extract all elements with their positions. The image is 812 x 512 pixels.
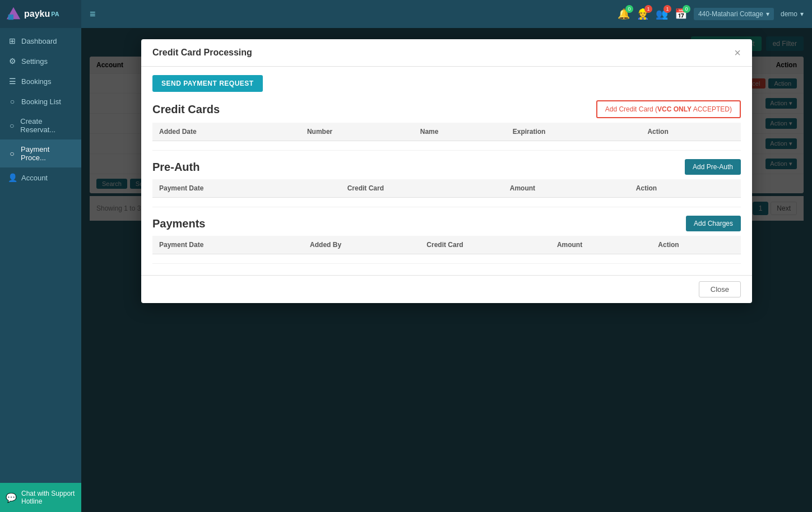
credit-cards-table: Added Date Number Name Expiration Action <box>152 123 741 151</box>
logo-icon <box>6 6 21 22</box>
sidebar-item-payment-processing[interactable]: ○ Payment Proce... <box>0 139 81 167</box>
modal-title: Credit Card Processing <box>152 48 252 58</box>
chat-support-button[interactable]: 💬 Chat with Support Hotline <box>0 483 81 512</box>
col-action: Action <box>651 236 741 254</box>
send-payment-request-button[interactable]: SEND PAYMENT REQUEST <box>152 75 263 92</box>
dashboard-icon: ⊞ <box>8 36 17 45</box>
sidebar-item-label: Booking List <box>21 97 61 106</box>
col-action: Action <box>641 123 741 141</box>
col-added-date: Added Date <box>152 123 300 141</box>
bell-badge: 0 <box>625 5 633 13</box>
sidebar-item-settings[interactable]: ⚙ Settings <box>0 51 81 71</box>
payments-table-header: Payment Date Added By Credit Card Amount… <box>152 236 741 254</box>
modal-close-button[interactable]: × <box>734 47 741 58</box>
sidebar-item-label: Payment Proce... <box>21 145 73 162</box>
workers-icon[interactable]: 👷 1 <box>637 8 649 20</box>
whatsapp-icon: 💬 <box>6 492 17 503</box>
payments-table: Payment Date Added By Credit Card Amount… <box>152 236 741 264</box>
close-button[interactable]: Close <box>699 281 741 297</box>
property-selector[interactable]: 440-Matahari Cottage ▾ <box>694 8 774 20</box>
modal-body: SEND PAYMENT REQUEST Credit Cards Add Cr… <box>141 67 752 275</box>
col-number: Number <box>300 123 414 141</box>
add-cc-prefix: Add Credit Card ( <box>605 105 657 113</box>
pre-auth-section-header: Pre-Auth Add Pre-Auth <box>152 159 741 175</box>
menu-toggle-icon[interactable]: ≡ <box>90 8 96 20</box>
topbar-left: ≡ <box>90 8 96 20</box>
credit-cards-empty-cell <box>152 141 741 151</box>
add-pre-auth-button[interactable]: Add Pre-Auth <box>685 159 741 175</box>
logo-text: payku <box>24 9 50 19</box>
pre-auth-table: Payment Date Credit Card Amount Action <box>152 179 741 207</box>
add-charges-button[interactable]: Add Charges <box>686 216 741 231</box>
sidebar-item-label: Settings <box>21 57 48 66</box>
pre-auth-empty-row <box>152 198 741 207</box>
workers-badge: 1 <box>644 5 652 13</box>
bell-icon[interactable]: 🔔 0 <box>618 8 630 20</box>
calendar-icon[interactable]: 📅 0 <box>675 8 687 20</box>
logo-sub: PA <box>51 11 59 17</box>
modal-header: Credit Card Processing × <box>141 39 752 67</box>
payment-processing-icon: ○ <box>8 149 16 158</box>
col-payment-date: Payment Date <box>152 236 303 254</box>
col-expiration: Expiration <box>506 123 641 141</box>
sidebar-item-label: Bookings <box>21 77 51 86</box>
col-name: Name <box>414 123 506 141</box>
group-badge: 1 <box>663 5 671 13</box>
payments-section-header: Payments Add Charges <box>152 216 741 231</box>
sidebar-item-account[interactable]: 👤 Account <box>0 167 81 188</box>
modal-overlay: Credit Card Processing × SEND PAYMENT RE… <box>81 28 812 512</box>
col-action: Action <box>629 179 741 198</box>
pre-auth-title: Pre-Auth <box>152 161 199 174</box>
user-menu[interactable]: demo ▾ <box>781 10 804 18</box>
topbar-right: 🔔 0 👷 1 👥 1 📅 0 440-Matahari Cottage ▾ d… <box>618 8 804 20</box>
pre-auth-empty-cell <box>152 198 741 207</box>
sidebar-item-create-reservation[interactable]: ○ Create Reservat... <box>0 111 81 139</box>
chat-support-label: Chat with Support Hotline <box>21 490 76 505</box>
credit-cards-table-header: Added Date Number Name Expiration Action <box>152 123 741 141</box>
add-cc-vcc: VCC ONLY <box>657 105 692 113</box>
sidebar-logo: payku PA <box>0 0 81 28</box>
account-icon: 👤 <box>8 173 17 182</box>
modal-footer: Close <box>141 275 752 303</box>
credit-cards-empty-row <box>152 141 741 151</box>
sidebar-item-booking-list[interactable]: ○ Booking List <box>0 91 81 111</box>
sidebar-item-label: Dashboard <box>21 37 57 45</box>
main-content: to use Booking List ed Filter Account Ac… <box>81 28 812 512</box>
col-credit-card: Credit Card <box>341 179 503 198</box>
sidebar-item-label: Account <box>21 174 48 182</box>
bookings-icon: ☰ <box>8 77 17 86</box>
payments-title: Payments <box>152 217 206 230</box>
add-credit-card-button[interactable]: Add Credit Card (VCC ONLY ACCEPTED) <box>596 100 741 118</box>
col-added-by: Added By <box>303 236 420 254</box>
col-payment-date: Payment Date <box>152 179 341 198</box>
booking-list-icon: ○ <box>8 97 17 106</box>
sidebar-item-dashboard[interactable]: ⊞ Dashboard <box>0 31 81 51</box>
credit-card-modal: Credit Card Processing × SEND PAYMENT RE… <box>141 39 752 303</box>
svg-rect-1 <box>8 15 13 20</box>
group-icon[interactable]: 👥 1 <box>656 8 668 20</box>
create-reservation-icon: ○ <box>8 121 16 130</box>
payments-empty-cell <box>152 254 741 264</box>
credit-cards-title: Credit Cards <box>152 103 220 116</box>
pre-auth-table-header: Payment Date Credit Card Amount Action <box>152 179 741 198</box>
sidebar-item-label: Create Reservat... <box>20 117 73 134</box>
calendar-badge: 0 <box>683 5 690 13</box>
col-credit-card: Credit Card <box>420 236 550 254</box>
payments-empty-row <box>152 254 741 264</box>
user-chevron-icon: ▾ <box>800 10 804 18</box>
username: demo <box>781 10 797 18</box>
col-amount: Amount <box>550 236 651 254</box>
add-cc-suffix: ACCEPTED) <box>692 105 732 113</box>
property-name: 440-Matahari Cottage <box>698 10 763 18</box>
settings-icon: ⚙ <box>8 57 17 66</box>
topbar: ≡ 🔔 0 👷 1 👥 1 📅 0 440-Matahari Cottage ▾… <box>81 0 812 28</box>
sidebar: payku PA ⊞ Dashboard ⚙ Settings ☰ Bookin… <box>0 0 81 512</box>
col-amount: Amount <box>503 179 629 198</box>
sidebar-item-bookings[interactable]: ☰ Bookings <box>0 71 81 91</box>
credit-cards-section-header: Credit Cards Add Credit Card (VCC ONLY A… <box>152 100 741 118</box>
sidebar-navigation: ⊞ Dashboard ⚙ Settings ☰ Bookings ○ Book… <box>0 28 81 483</box>
property-chevron-icon: ▾ <box>766 10 769 18</box>
